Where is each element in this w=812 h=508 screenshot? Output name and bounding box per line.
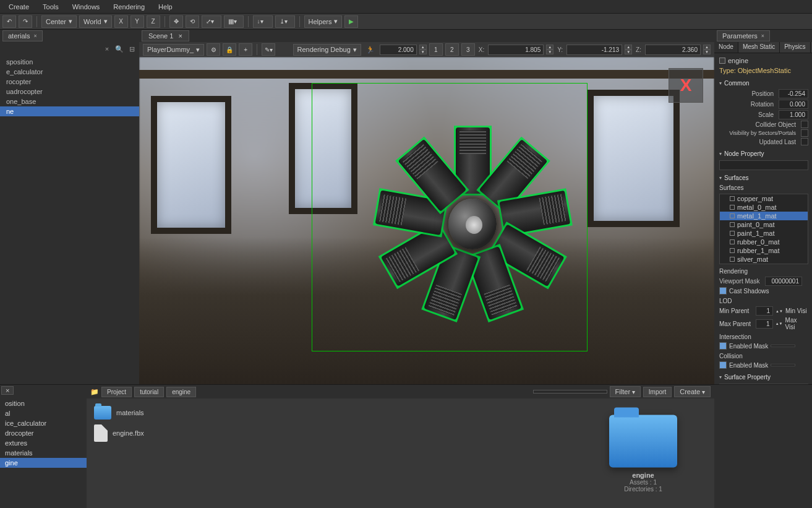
tree-collapse-icon[interactable]: ⊟ [127, 44, 137, 54]
search-close-icon[interactable]: × [102, 44, 112, 54]
updated-checkbox[interactable] [801, 138, 808, 145]
breadcrumb[interactable]: Project [101, 387, 132, 397]
brush-icon[interactable]: ✎▾ [262, 43, 275, 56]
world-outline[interactable]: sposition e_calculator rocopter uadrocop… [0, 56, 139, 384]
tree-item[interactable]: ice_calculator [0, 418, 87, 428]
surface-item[interactable]: copper_mat [720, 194, 808, 203]
tree-item[interactable]: osition [0, 398, 87, 408]
axis-y-button[interactable]: Y [130, 15, 144, 28]
pos-y-input[interactable]: -1.213 [566, 45, 622, 55]
filter-button[interactable]: Filter ▾ [610, 386, 641, 397]
redo-icon[interactable]: ↷ [19, 15, 32, 28]
rotate-tool-icon[interactable]: ⟲ [186, 15, 199, 28]
helpers-combo[interactable]: Helpers▾ [304, 15, 343, 28]
undo-icon[interactable]: ↶ [2, 15, 16, 28]
close-icon[interactable]: × [761, 33, 764, 39]
speed-input[interactable]: 2.000 [380, 45, 417, 55]
menu-help[interactable]: Help [152, 1, 179, 12]
axis-x-button[interactable]: X [114, 15, 128, 28]
snap-tool-icon[interactable]: ▦▾ [224, 15, 244, 28]
breadcrumb[interactable]: engine [166, 387, 196, 397]
search-icon[interactable]: 🔍 [114, 44, 124, 54]
outline-item-selected[interactable]: ne [0, 106, 139, 116]
scene-tab[interactable]: Scene 1× [142, 30, 189, 41]
tree-item[interactable]: extures [0, 438, 87, 448]
surface-item[interactable]: silver_mat [720, 255, 808, 264]
spin-down-icon[interactable]: ▼ [419, 50, 427, 54]
close-icon[interactable]: × [178, 32, 182, 40]
tab-node[interactable]: Node [714, 42, 738, 53]
menu-create[interactable]: Create [2, 1, 35, 12]
asset-folder[interactable]: materials [92, 403, 147, 422]
tab-mesh-static[interactable]: Mesh Static [738, 42, 780, 53]
run-icon[interactable]: 🏃 [364, 46, 377, 54]
parameters-tab[interactable]: Parameters× [717, 30, 770, 41]
asset-tree-tab[interactable]: × [1, 386, 14, 395]
tree-item[interactable]: materials [0, 448, 87, 458]
max-parent-input[interactable]: 1 [756, 319, 773, 329]
folder-icon[interactable]: 📁 [90, 388, 99, 396]
section-node-property[interactable]: Node Property [719, 149, 808, 159]
min-parent-input[interactable]: 1 [756, 306, 773, 316]
engine-mesh[interactable] [352, 96, 594, 351]
surface-property-input[interactable]: surface_base [719, 384, 808, 384]
surface-item[interactable]: metal_0_mat [720, 203, 808, 212]
section-surfaces[interactable]: Surfaces [719, 173, 808, 183]
node-property-input[interactable] [719, 160, 808, 170]
create-button[interactable]: Create ▾ [674, 386, 711, 397]
menu-tools[interactable]: Tools [36, 1, 65, 12]
axis-z-button[interactable]: Z [147, 15, 160, 28]
surfaces-list[interactable]: copper_mat metal_0_mat metal_1_mat paint… [719, 194, 808, 264]
camera-combo[interactable]: PlayerDummy_▾ [143, 44, 204, 56]
collider-checkbox[interactable] [801, 121, 808, 128]
position-input[interactable]: -0.254 [779, 89, 808, 98]
section-common[interactable]: Common [719, 78, 808, 88]
surface-item[interactable]: paint_1_mat [720, 229, 808, 238]
surface-item[interactable]: rubber_0_mat [720, 238, 808, 246]
tree-item[interactable]: drocopter [0, 428, 87, 438]
axis-gizmo[interactable]: X [669, 68, 703, 103]
import-button[interactable]: Import [643, 387, 672, 397]
surface-item[interactable]: paint_0_mat [720, 220, 808, 229]
close-icon[interactable]: × [33, 33, 36, 39]
enable-checkbox[interactable] [719, 58, 725, 64]
rotation-input[interactable]: 0.000 [779, 100, 808, 109]
camera-add-icon[interactable]: + [239, 43, 252, 56]
play-icon[interactable]: ▶ [344, 15, 358, 28]
outline-title[interactable]: sposition [0, 57, 139, 67]
tab-physics[interactable]: Physics [780, 42, 810, 53]
move-tool-icon[interactable]: ✥ [169, 15, 183, 28]
visibility-checkbox[interactable] [801, 129, 808, 137]
menu-rendering[interactable]: Rendering [107, 1, 151, 12]
outline-item[interactable]: e_calculator [0, 67, 139, 77]
view-1-button[interactable]: 1 [429, 43, 443, 56]
scale-tool-icon[interactable]: ⤢▾ [202, 15, 221, 28]
asset-search-input[interactable] [533, 390, 607, 394]
pos-z-input[interactable]: 2.360 [645, 45, 701, 55]
materials-tab[interactable]: aterials× [2, 30, 43, 41]
place-tool-icon[interactable]: ⤓▾ [275, 15, 295, 28]
viewport-mask-input[interactable]: 00000001 [765, 277, 802, 286]
outline-item[interactable]: uadrocopter [0, 87, 139, 97]
spin-up-icon[interactable]: ▲ [419, 45, 427, 50]
menu-windows[interactable]: Windows [66, 1, 106, 12]
view-2-button[interactable]: 2 [445, 43, 459, 56]
drop-tool-icon[interactable]: ↓▾ [253, 15, 273, 28]
surface-item[interactable]: rubber_1_mat [720, 246, 808, 255]
rendering-mode-combo[interactable]: Rendering Debug▾ [293, 44, 361, 56]
scale-input[interactable]: 1.000 [779, 110, 808, 119]
collision-enabled-checkbox[interactable] [719, 361, 727, 369]
tree-item[interactable]: al [0, 408, 87, 418]
surface-item-selected[interactable]: metal_1_mat [720, 212, 808, 220]
pos-x-input[interactable]: 1.805 [488, 45, 544, 55]
viewport[interactable]: X [139, 57, 714, 384]
coord-origin-combo[interactable]: Center▾ [41, 15, 77, 28]
cast-shadows-checkbox[interactable] [719, 287, 727, 295]
outline-item[interactable]: rocopter [0, 77, 139, 87]
intersection-enabled-checkbox[interactable] [719, 342, 727, 350]
breadcrumb[interactable]: tutorial [134, 387, 164, 397]
outline-item[interactable]: one_base [0, 97, 139, 106]
camera-settings-icon[interactable]: ⚙ [207, 43, 220, 56]
coord-space-combo[interactable]: World▾ [79, 15, 112, 28]
section-surface-property[interactable]: Surface Property [719, 372, 808, 382]
